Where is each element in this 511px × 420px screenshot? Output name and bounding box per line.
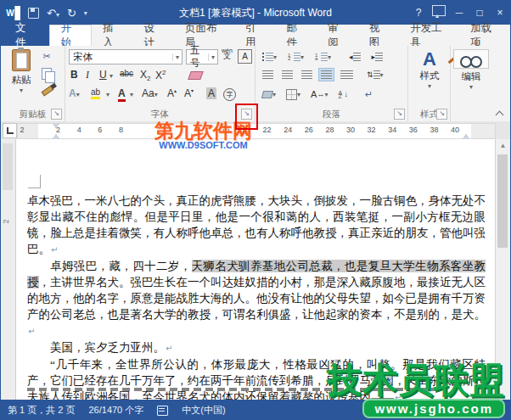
editing-group: 编辑 ▾ [451,46,491,121]
zoom-level[interactable]: 100% [481,406,505,416]
paragraph[interactable]: “几千年来，全世界所公认的，体形最庞大，性格最凶猛的，叫獒。那是我们藏区特产，它… [27,356,486,406]
change-case-icon[interactable]: Aa▾ [142,87,158,99]
undo-caret-icon[interactable]: ▾ [56,11,59,19]
scroll-up-icon[interactable]: ▲ [496,139,510,153]
styles-dialog-launcher[interactable]: ↘ [436,109,447,120]
justify-icon[interactable] [318,68,334,81]
bold-button[interactable]: B [70,69,78,81]
tab-1[interactable]: 开始 [49,25,93,46]
word-count[interactable]: 26/1470 个字 [88,404,143,417]
text-effects-icon[interactable]: A▾ [69,87,80,99]
clipboard-dialog-launcher[interactable]: ↘ [51,109,62,120]
font-name-caret-icon[interactable]: ▾ [172,53,182,61]
enclose-character-icon[interactable]: 字 [223,87,236,101]
align-right-icon[interactable] [299,68,315,81]
font-size-combobox[interactable]: 五号 ▾ [186,49,218,64]
language-indicator[interactable]: 中文(中国) [182,404,225,417]
collapse-ribbon-icon[interactable] [497,109,503,116]
paste-clipboard-icon [12,49,31,71]
borders-icon[interactable]: ▾ [284,87,303,103]
text-highlight-icon[interactable]: ab [91,87,100,99]
tab-4[interactable]: 页面布局 [174,25,234,46]
shrink-font-icon[interactable]: A▾ [184,87,194,99]
text-run[interactable]: “几千年来，全世界所公认的，体形最庞大，性格最凶猛的，叫獒。那是我们藏区特产，它… [27,358,486,403]
redo-icon[interactable]: ↻ [67,8,76,19]
undo-icon[interactable]: ↶▾ [47,8,59,19]
text-run[interactable]: ，主讲世界名犬。强巴生长在一个叫达娃奴措的小村，那是深入藏原腹地，最接近无人区的… [27,276,486,321]
tab-selector-button[interactable] [3,123,17,138]
styles-button[interactable]: A 样式 ▾ [408,49,451,90]
ruler-margin-number: 2 [20,126,24,134]
first-line-indent-marker[interactable] [53,123,59,128]
tab-3[interactable]: 设计 [133,25,175,46]
subscript-button[interactable]: X2 [140,69,150,82]
ribbon-display-icon [432,5,446,16]
shading-icon[interactable]: ▾ [260,88,278,101]
document-page[interactable]: 卓木强巴，一米八七的个头，真正的虎背熊腰，大块头，倒披发，一脸古铜色，身体无处不… [16,139,496,400]
read-mode-icon[interactable] [432,406,443,416]
text-run[interactable]: 美国，宾夕乏力亚州。 [50,341,165,354]
copy-icon[interactable] [42,68,52,80]
line-spacing-icon[interactable]: ⇅▾ [364,68,386,81]
font-size-caret-icon[interactable]: ▾ [208,53,217,61]
vertical-ruler[interactable]: 2 [1,139,16,400]
print-layout-icon[interactable] [457,406,468,416]
align-left-icon[interactable] [260,68,276,81]
minimize-button[interactable]: ─ [449,1,469,25]
clipped-text-line [27,388,436,391]
text-run[interactable]: 卓姆强巴，藏，四十二岁， [50,260,192,272]
document-text[interactable]: 卓木强巴，一米八七的个头，真正的虎背熊腰，大块头，倒披发，一脸古铜色，身体无处不… [27,193,486,420]
tab-6[interactable]: 邮件 [276,25,317,46]
ruler-number: 38 [430,126,438,134]
increase-indent-icon[interactable]: ▸ [369,50,386,64]
numbering-icon[interactable]: 12▾ [285,50,306,64]
tab-2[interactable]: 插入 [92,25,133,46]
font-name-combobox[interactable]: 宋体 ▾ [69,49,182,64]
align-center-icon[interactable] [279,68,295,81]
paragraph[interactable]: 美国，宾夕乏力亚州。↵ [27,339,486,356]
tab-8[interactable]: 视图 [358,25,400,46]
scrollbar-thumb[interactable] [497,154,508,248]
multilevel-list-icon[interactable]: 1a▾ [312,50,334,64]
paragraph[interactable]: 卓木强巴，一米八七的个头，真正的虎背熊腰，大块头，倒披发，一脸古铜色，身体无处不… [27,193,486,258]
underline-caret-icon[interactable]: ▾ [110,72,113,80]
decrease-indent-icon[interactable]: ◂ [346,50,363,64]
page-indicator[interactable]: 第 1 页，共 2 页 [8,404,75,417]
cut-icon[interactable]: ✂ [40,50,53,62]
clipboard-group-label: 剪贴板 [20,109,47,119]
superscript-button[interactable]: X2 [155,69,166,81]
underline-button[interactable]: U [99,69,107,81]
paragraph[interactable]: 卓姆强巴，藏，四十二岁，天狮名犬驯养基地公司总裁，也是复旦大学生物系客坐教授，主… [27,258,486,339]
save-icon[interactable] [28,8,39,19]
bullets-icon[interactable]: ▾ [260,50,279,64]
font-color-caret-icon[interactable]: ▾ [130,91,133,98]
clear-formatting-icon[interactable] [188,71,204,80]
word-app-icon[interactable]: W [6,6,20,20]
editing-button[interactable]: 编辑 ▾ [453,49,489,91]
tab-5[interactable]: 引用 [234,25,276,46]
character-shading-icon[interactable]: A [206,87,216,99]
italic-button[interactable]: I [86,69,89,81]
distribute-icon[interactable] [338,68,356,81]
sort-icon[interactable]: AZ↓ [335,88,351,101]
character-border-icon[interactable]: A [238,49,252,64]
text-run[interactable]: 卓木强巴，一米八七的个头，真正的虎背熊腰，大块头，倒披发，一脸古铜色，身体无处不… [27,194,486,255]
tab-9[interactable]: 开发工具 [399,25,459,46]
tab-0[interactable]: 文件 [1,25,49,46]
format-painter-icon[interactable] [42,86,54,97]
tab-10[interactable]: 加载项 [459,25,510,46]
phonetic-guide-icon[interactable]: wén文 [222,48,233,59]
grow-font-icon[interactable]: A▴ [167,87,177,99]
highlight-caret-icon[interactable]: ▾ [106,91,110,98]
proofing-icon[interactable] [157,406,168,416]
show-marks-icon[interactable]: ↵ [362,87,375,102]
strikethrough-button[interactable]: abc [120,69,133,78]
tab-7[interactable]: 审阅 [317,25,358,46]
font-color-icon[interactable]: A [118,87,126,102]
qat-customize-icon[interactable]: ▾ [84,9,87,17]
paragraph-group: ▾ 12▾ 1a▾ ◂ ▸ ⇅▾ ▾ ▾ A↔▾ AZ↓ ↵ 段落 [256,46,408,121]
asian-layout-icon[interactable]: A↔▾ [308,87,330,102]
vertical-scrollbar[interactable]: ▲ [495,139,510,400]
paste-button[interactable]: 粘贴 ▾ [5,49,37,104]
paragraph-dialog-launcher[interactable]: ↘ [394,109,405,120]
